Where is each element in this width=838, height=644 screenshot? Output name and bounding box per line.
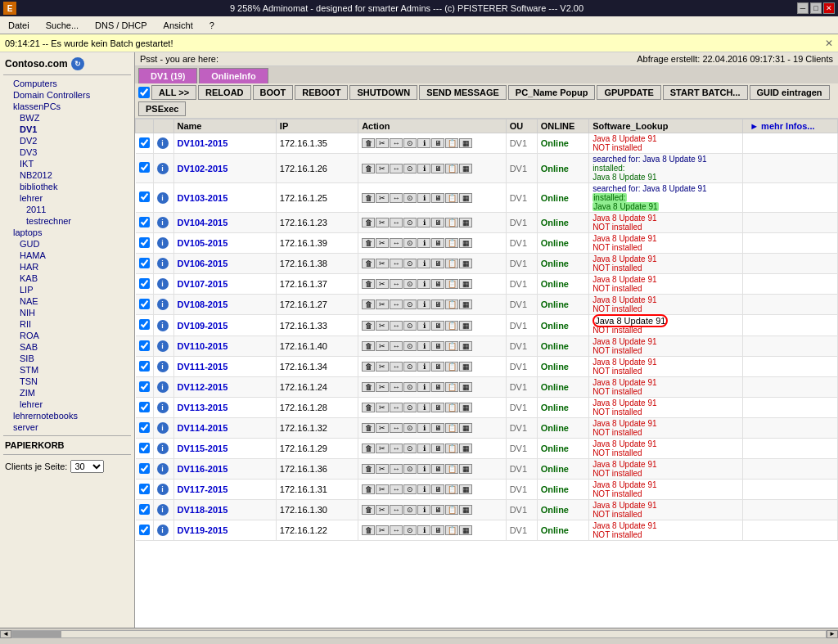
action-grid-icon[interactable]: ▦ — [459, 505, 472, 515]
action-cut-icon[interactable]: ✂ — [376, 382, 389, 392]
action-circle-icon[interactable]: ⊙ — [403, 238, 417, 248]
row-checkbox[interactable] — [139, 162, 150, 173]
row-checkbox[interactable] — [139, 402, 150, 412]
info-icon[interactable]: i — [157, 525, 169, 536]
scroll-left-arrow[interactable]: ◄ — [0, 630, 11, 638]
action-connect-icon[interactable]: ↔ — [390, 218, 403, 227]
info-icon[interactable]: i — [157, 463, 169, 475]
pc-name[interactable]: DV110-2015 — [173, 336, 276, 357]
action-doc-icon[interactable]: 📋 — [445, 362, 458, 372]
action-connect-icon[interactable]: ↔ — [390, 138, 403, 148]
action-connect-icon[interactable]: ↔ — [390, 505, 403, 515]
row-checkbox[interactable] — [139, 299, 150, 309]
action-grid-icon[interactable]: ▦ — [459, 423, 472, 433]
tab-onlineinfo[interactable]: OnlineInfo — [199, 68, 268, 83]
action-grid-icon[interactable]: ▦ — [459, 444, 472, 453]
action-trash-icon[interactable]: 🗑 — [362, 259, 375, 268]
info-icon[interactable]: i — [157, 299, 169, 310]
action-connect-icon[interactable]: ↔ — [390, 362, 403, 372]
sidebar-item-zim[interactable]: ZIM — [0, 387, 134, 399]
info-icon[interactable]: i — [157, 340, 169, 352]
action-doc-icon[interactable]: 📋 — [445, 259, 458, 268]
action-info2-icon[interactable]: ℹ — [417, 321, 430, 331]
action-monitor-icon[interactable]: 🖥 — [431, 299, 444, 309]
sidebar-item-bwz[interactable]: BWZ — [0, 112, 134, 124]
action-circle-icon[interactable]: ⊙ — [403, 525, 417, 535]
info-icon[interactable]: i — [157, 484, 169, 495]
action-grid-icon[interactable]: ▦ — [459, 279, 472, 289]
action-info2-icon[interactable]: ℹ — [417, 193, 430, 203]
scroll-track[interactable] — [11, 630, 827, 638]
action-monitor-icon[interactable]: 🖥 — [431, 238, 444, 248]
sidebar-item-ikt[interactable]: IKT — [0, 158, 134, 169]
pc-name[interactable]: DV116-2015 — [173, 459, 276, 480]
action-circle-icon[interactable]: ⊙ — [403, 464, 417, 474]
scroll-right-arrow[interactable]: ► — [827, 630, 838, 638]
action-info2-icon[interactable]: ℹ — [417, 382, 430, 392]
info-icon[interactable]: i — [157, 137, 169, 149]
action-info2-icon[interactable]: ℹ — [417, 444, 430, 453]
action-grid-icon[interactable]: ▦ — [459, 382, 472, 392]
action-info2-icon[interactable]: ℹ — [417, 403, 430, 412]
action-cut-icon[interactable]: ✂ — [376, 423, 389, 433]
row-checkbox[interactable] — [139, 237, 150, 248]
action-cut-icon[interactable]: ✂ — [376, 362, 389, 372]
clients-per-page-select[interactable]: 10 20 30 50 100 — [70, 460, 104, 473]
action-trash-icon[interactable]: 🗑 — [362, 484, 375, 494]
action-grid-icon[interactable]: ▦ — [459, 525, 472, 535]
action-info2-icon[interactable]: ℹ — [417, 484, 430, 494]
sidebar-item-hama[interactable]: HAMA — [0, 250, 134, 261]
sidebar-item-kab[interactable]: KAB — [0, 272, 134, 284]
sidebar-item-computers[interactable]: Computers — [0, 78, 134, 89]
sidebar-item-laptops[interactable]: laptops — [0, 227, 134, 238]
pc-name[interactable]: DV104-2015 — [173, 213, 276, 233]
info-icon[interactable]: i — [157, 258, 169, 269]
sidebar-item-lip[interactable]: LIP — [0, 284, 134, 295]
action-monitor-icon[interactable]: 🖥 — [431, 218, 444, 227]
action-monitor-icon[interactable]: 🖥 — [431, 259, 444, 268]
tab-dv1[interactable]: DV1 (19) — [138, 68, 197, 83]
sidebar-item-nae[interactable]: NAE — [0, 295, 134, 307]
action-circle-icon[interactable]: ⊙ — [403, 341, 417, 351]
info-icon[interactable]: i — [157, 237, 169, 249]
info-icon[interactable]: i — [157, 320, 169, 331]
action-doc-icon[interactable]: 📋 — [445, 423, 458, 433]
action-circle-icon[interactable]: ⊙ — [403, 299, 417, 309]
action-connect-icon[interactable]: ↔ — [390, 444, 403, 453]
action-cut-icon[interactable]: ✂ — [376, 279, 389, 289]
sidebar-item-rii[interactable]: RII — [0, 318, 134, 330]
pc-name[interactable]: DV102-2015 — [173, 154, 276, 183]
action-cut-icon[interactable]: ✂ — [376, 164, 389, 173]
sidebar-item-dv2[interactable]: DV2 — [0, 135, 134, 146]
action-doc-icon[interactable]: 📋 — [445, 403, 458, 412]
shutdown-button[interactable]: SHUTDOWN — [349, 85, 417, 100]
row-checkbox[interactable] — [139, 319, 150, 330]
pc-name[interactable]: DV119-2015 — [173, 520, 276, 541]
menu-ansicht[interactable]: Ansicht — [155, 19, 201, 32]
action-monitor-icon[interactable]: 🖥 — [431, 321, 444, 331]
action-cut-icon[interactable]: ✂ — [376, 484, 389, 494]
action-trash-icon[interactable]: 🗑 — [362, 382, 375, 392]
sidebar-item-lehrer2[interactable]: lehrer — [0, 399, 134, 410]
sidebar-item-bibliothek[interactable]: bibliothek — [0, 181, 134, 192]
action-connect-icon[interactable]: ↔ — [390, 525, 403, 535]
menu-help[interactable]: ? — [201, 19, 223, 32]
boot-button[interactable]: BOOT — [253, 85, 294, 100]
menu-suche[interactable]: Suche... — [38, 19, 87, 32]
row-checkbox[interactable] — [139, 191, 150, 202]
action-grid-icon[interactable]: ▦ — [459, 321, 472, 331]
pc-name[interactable]: DV118-2015 — [173, 500, 276, 520]
sidebar-item-har[interactable]: HAR — [0, 261, 134, 272]
menu-datei[interactable]: Datei — [0, 19, 38, 32]
reload-button[interactable]: RELOAD — [198, 85, 250, 100]
action-connect-icon[interactable]: ↔ — [390, 193, 403, 203]
action-grid-icon[interactable]: ▦ — [459, 164, 472, 173]
action-monitor-icon[interactable]: 🖥 — [431, 444, 444, 453]
maximize-button[interactable]: □ — [810, 2, 822, 14]
action-doc-icon[interactable]: 📋 — [445, 238, 458, 248]
sidebar-item-lehrernotebooks[interactable]: lehrernotebooks — [0, 410, 134, 421]
psexec-button[interactable]: PSExec — [138, 101, 186, 116]
action-cut-icon[interactable]: ✂ — [376, 138, 389, 148]
action-doc-icon[interactable]: 📋 — [445, 382, 458, 392]
send-message-button[interactable]: SEND MESSAGE — [419, 85, 507, 100]
